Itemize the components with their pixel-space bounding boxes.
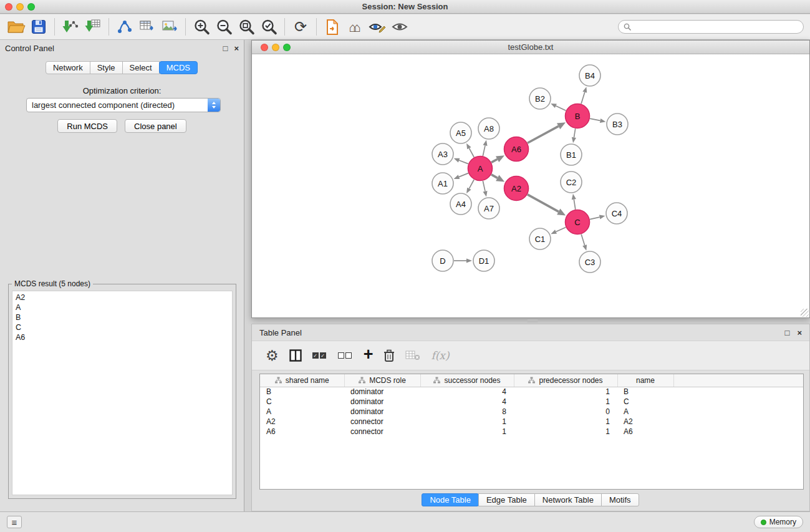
node-table-cell: C [617,397,673,407]
graph-edge-arrow-icon [483,191,487,197]
window-minimize-button[interactable] [16,3,24,11]
mcds-result-list[interactable]: A2ABCA6 [12,291,233,495]
mcds-result-item[interactable]: A2 [12,293,232,302]
apply-layout-icon[interactable]: ⟳ [289,16,312,38]
zoom-selected-icon[interactable] [258,16,280,38]
checked-box-icon: ✓ [312,352,319,359]
graph-edge-C-C4[interactable] [590,217,600,219]
graph-edge-A2-C[interactable] [528,195,559,211]
mcds-result-item[interactable]: B [12,312,232,322]
node-table-cell-filler [673,427,803,437]
graph-node-label: D [440,256,445,266]
graph-edge-C-C2[interactable] [574,200,576,210]
tab-style[interactable]: Style [90,61,123,74]
tab-edge-table[interactable]: Edge Table [478,493,535,506]
mcds-result-item[interactable]: A6 [12,332,232,342]
home-icon[interactable]: ⌂⌂ [344,16,366,38]
save-session-icon[interactable] [27,16,50,38]
gear-icon: ⚙ [266,349,279,363]
function-builder-icon[interactable]: f(x) [431,349,449,362]
tab-motifs[interactable]: Motifs [601,493,639,506]
graph-edge-B-B3[interactable] [590,118,600,120]
graph-edge-arrow-icon [551,104,557,108]
delete-table-icon[interactable] [405,350,420,361]
mcds-result-item[interactable]: C [12,322,232,332]
search-input[interactable] [635,22,798,31]
mcds-result-item[interactable]: A [12,302,232,312]
resize-grip-icon[interactable] [801,309,809,317]
close-panel-icon[interactable]: × [234,44,239,52]
graph-edge-A-A4[interactable] [469,180,474,188]
window-zoom-button[interactable] [27,3,35,11]
graph-edge-arrow-icon [599,215,605,220]
network-window-zoom-button[interactable] [283,44,291,51]
graph-edge-A-A1[interactable] [459,173,468,177]
tab-mcds[interactable]: MCDS [159,61,198,74]
desktop-hscrollbar-thumb[interactable] [527,319,538,322]
node-table-row[interactable]: Bdominator41B [260,387,803,397]
graph-edge-B-B1[interactable] [574,128,575,137]
optimization-criterion-label: Optimization criterion: [0,86,244,95]
select-all-icon[interactable]: ✓✓ [312,352,327,359]
tab-network[interactable]: Network [46,61,90,74]
graph-edge-C-C3[interactable] [581,235,585,246]
column-header-predecessor-nodes[interactable]: predecessor nodes [514,374,617,387]
zoom-out-icon[interactable] [213,16,235,38]
task-history-button[interactable]: ≡ [7,516,22,528]
graph-edge-A-A8[interactable] [483,145,485,156]
trash-icon [383,349,395,362]
float-table-panel-icon[interactable]: □ [785,329,790,337]
import-network-file-icon[interactable] [59,16,82,38]
graph-edge-A-A2[interactable] [491,175,498,178]
node-table-row[interactable]: A2connector11A2 [260,417,803,427]
tab-select[interactable]: Select [122,61,160,74]
export-network-icon[interactable] [113,16,136,38]
tab-network-table[interactable]: Network Table [534,493,602,506]
column-header-successor-nodes[interactable]: successor nodes [420,374,514,387]
memory-button[interactable]: Memory [754,516,803,528]
network-canvas[interactable]: B4B2BB3A5A8A6A3B1AA1C2A2A4A7C4CC1DD1C3 [252,54,809,317]
graph-edge-A-A7[interactable] [483,181,485,191]
graph-edge-B-B4[interactable] [581,92,585,104]
tree-icon [275,377,282,384]
node-table-row[interactable]: A6connector11A6 [260,427,803,437]
optimization-criterion-dropdown[interactable]: largest connected component (directed) [26,98,221,112]
graph-edge-C-C1[interactable] [556,227,566,231]
column-header-mcds-role[interactable]: MCDS role [344,374,420,387]
control-panel: Control Panel □ × Network Style Select M… [0,40,244,511]
add-column-icon[interactable]: + [364,348,374,363]
network-window-title-bar[interactable]: testGlobe.txt [252,41,809,54]
graph-edge-A-A5[interactable] [469,148,474,157]
network-window-close-button[interactable] [261,44,268,51]
network-window-minimize-button[interactable] [272,44,279,51]
search-field[interactable] [618,20,804,34]
window-close-button[interactable] [5,3,12,11]
deselect-all-icon[interactable] [338,352,353,359]
node-table-row[interactable]: Cdominator41C [260,397,803,407]
float-panel-icon[interactable]: □ [223,44,228,52]
graph-edge-A6-B[interactable] [528,126,559,143]
show-details-eye-icon[interactable] [388,16,411,38]
session-document-icon[interactable] [321,16,344,38]
graph-edge-B-B2[interactable] [556,106,566,110]
close-table-panel-icon[interactable]: × [797,329,802,337]
close-panel-button[interactable]: Close panel [125,119,186,133]
column-header-name[interactable]: name [617,374,673,387]
zoom-in-icon[interactable] [190,16,213,38]
column-header-shared-name[interactable]: shared name [260,374,344,387]
delete-column-icon[interactable] [383,349,395,362]
show-columns-icon[interactable] [289,349,302,362]
run-mcds-button[interactable]: Run MCDS [57,119,117,133]
import-table-file-icon[interactable] [82,16,104,38]
tab-node-table[interactable]: Node Table [422,493,479,506]
node-table-row[interactable]: Adominator80A [260,407,803,417]
node-table-cell: A6 [260,427,344,437]
zoom-fit-icon[interactable] [235,16,258,38]
table-settings-icon[interactable]: ⚙ [266,349,279,363]
open-session-icon[interactable] [5,16,27,38]
annotation-eye-icon[interactable] [366,16,388,38]
graph-edge-A-A3[interactable] [459,160,468,164]
export-table-icon[interactable] [136,16,158,38]
graph-edge-A-A6[interactable] [491,159,497,162]
export-image-icon[interactable] [158,16,181,38]
